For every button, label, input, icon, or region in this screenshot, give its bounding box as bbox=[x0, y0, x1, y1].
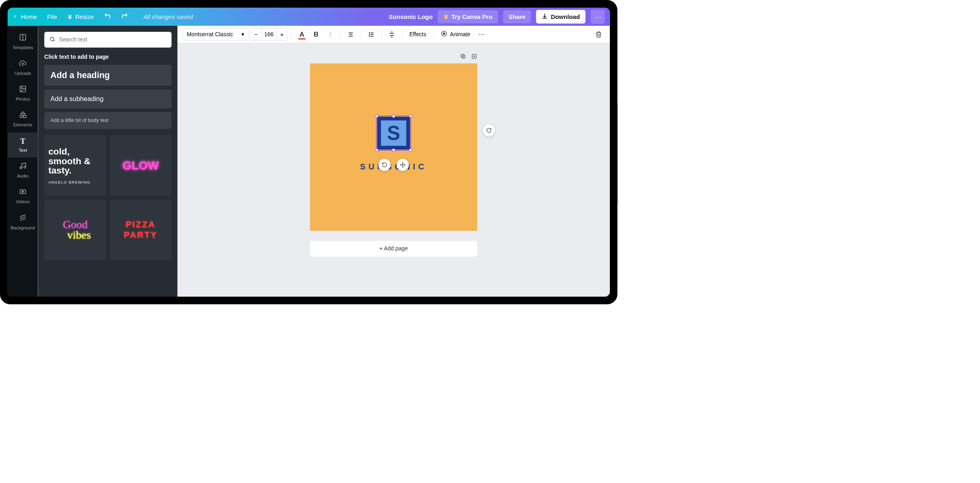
svg-line-13 bbox=[20, 215, 26, 217]
rail-templates[interactable]: Templates bbox=[8, 29, 38, 55]
download-icon bbox=[542, 13, 548, 21]
shapes-icon bbox=[19, 111, 27, 120]
more-toolbar-button[interactable]: ⋯ bbox=[476, 28, 488, 40]
font-size-value[interactable]: 166 bbox=[261, 28, 277, 40]
page-tools bbox=[310, 53, 477, 61]
italic-button[interactable]: I bbox=[324, 28, 336, 40]
left-rail: Templates Uploads Photos Elements T Text… bbox=[8, 26, 38, 297]
rotate-handle[interactable] bbox=[379, 159, 391, 171]
search-box[interactable] bbox=[44, 32, 171, 47]
download-button[interactable]: Download bbox=[536, 10, 586, 24]
templates-icon bbox=[19, 33, 27, 43]
animate-label: Animate bbox=[450, 31, 470, 37]
font-size-increase[interactable]: + bbox=[276, 28, 287, 40]
logo-element[interactable]: S bbox=[377, 117, 410, 150]
add-page-icon-button[interactable] bbox=[471, 53, 477, 61]
font-size-decrease[interactable]: − bbox=[251, 28, 261, 40]
text-color-a-icon: A bbox=[299, 31, 304, 39]
font-family-select[interactable]: Montserrat Classic ▾ bbox=[183, 28, 249, 40]
align-button[interactable] bbox=[345, 28, 357, 40]
resize-button[interactable]: ♛ Resize bbox=[67, 13, 94, 21]
search-icon bbox=[49, 36, 55, 43]
download-label: Download bbox=[551, 13, 580, 21]
redo-button[interactable] bbox=[121, 12, 128, 21]
rail-background[interactable]: Background bbox=[8, 209, 38, 235]
font-combo-4[interactable]: PIZZA PARTY bbox=[109, 200, 171, 260]
add-page-button[interactable]: + Add page bbox=[310, 241, 477, 257]
crown-icon: ♛ bbox=[443, 13, 449, 21]
undo-button[interactable] bbox=[104, 12, 111, 21]
more-menu-button[interactable]: ⋯ bbox=[591, 10, 605, 24]
pattern-icon bbox=[19, 214, 27, 223]
resize-handle-bm[interactable] bbox=[392, 149, 395, 152]
canvas-page[interactable]: S SUNSONIC bbox=[310, 64, 477, 231]
spacing-button[interactable] bbox=[386, 28, 398, 40]
duplicate-page-button[interactable] bbox=[460, 53, 466, 61]
rail-text[interactable]: T Text bbox=[8, 132, 38, 157]
font-combo-2[interactable]: GLOW bbox=[109, 135, 171, 196]
effects-button[interactable]: Effects bbox=[406, 31, 429, 37]
rail-uploads[interactable]: Uploads bbox=[8, 55, 38, 80]
combo4-text: PIZZA PARTY bbox=[113, 220, 167, 240]
collapse-panel-button[interactable]: ◂ bbox=[176, 161, 177, 182]
crown-icon: ♛ bbox=[67, 13, 73, 21]
svg-point-5 bbox=[21, 87, 23, 89]
share-button[interactable]: Share bbox=[503, 10, 531, 23]
svg-point-26 bbox=[369, 36, 369, 36]
resize-label: Resize bbox=[75, 13, 94, 21]
chevron-down-icon: ▾ bbox=[241, 31, 244, 37]
refresh-button[interactable] bbox=[483, 124, 495, 136]
delete-button[interactable] bbox=[593, 28, 605, 40]
add-body-text-button[interactable]: Add a little bit of body text bbox=[44, 112, 171, 129]
font-family-label: Montserrat Classic bbox=[187, 31, 233, 37]
svg-line-15 bbox=[20, 219, 26, 221]
music-icon bbox=[19, 162, 27, 171]
add-subheading-button[interactable]: Add a subheading bbox=[44, 89, 171, 108]
move-handle[interactable] bbox=[397, 159, 409, 171]
rail-photos[interactable]: Photos bbox=[8, 80, 38, 106]
animate-button[interactable]: Animate bbox=[438, 30, 474, 38]
bold-button[interactable]: B bbox=[310, 28, 322, 40]
font-combo-3[interactable]: Good vibes bbox=[44, 200, 106, 260]
editor-area: Montserrat Classic ▾ − 166 + A B I bbox=[177, 26, 610, 297]
separator bbox=[381, 30, 382, 39]
svg-line-17 bbox=[53, 40, 54, 41]
selection-box bbox=[376, 116, 411, 151]
combo3-text-b: vibes bbox=[67, 229, 91, 242]
font-combo-1[interactable]: cold, smooth & tasty. ANGELO BREWING bbox=[44, 135, 106, 196]
list-button[interactable] bbox=[365, 28, 377, 40]
resize-handle-tm[interactable] bbox=[392, 114, 395, 118]
try-pro-button[interactable]: ♛ Try Canva Pro bbox=[438, 10, 498, 23]
rail-videos-label: Videos bbox=[16, 199, 29, 204]
text-color-swatch bbox=[299, 38, 306, 39]
resize-handle-tl[interactable] bbox=[375, 114, 379, 118]
resize-handle-bl[interactable] bbox=[375, 149, 379, 152]
document-title[interactable]: Sunsonic Logo bbox=[389, 13, 432, 21]
svg-point-16 bbox=[50, 37, 54, 41]
rail-text-label: Text bbox=[19, 148, 27, 153]
rail-videos[interactable]: Videos bbox=[8, 183, 38, 209]
try-pro-label: Try Canva Pro bbox=[451, 13, 492, 21]
rail-audio[interactable]: Audio bbox=[8, 157, 38, 183]
search-input[interactable] bbox=[59, 37, 166, 43]
text-toolbar: Montserrat Classic ▾ − 166 + A B I bbox=[177, 26, 610, 43]
rail-elements[interactable]: Elements bbox=[8, 107, 38, 132]
resize-handle-br[interactable] bbox=[409, 149, 412, 152]
rail-audio-label: Audio bbox=[17, 173, 29, 179]
svg-line-14 bbox=[20, 217, 26, 219]
cloud-upload-icon bbox=[19, 59, 27, 68]
svg-marker-7 bbox=[21, 112, 25, 114]
panel-hint: Click text to add to page bbox=[44, 54, 171, 60]
logo-text[interactable]: SUNSONIC bbox=[360, 162, 427, 171]
add-heading-button[interactable]: Add a heading bbox=[44, 65, 171, 86]
rail-uploads-label: Uploads bbox=[14, 71, 31, 76]
text-color-button[interactable]: A bbox=[296, 28, 308, 40]
dots-icon: ⋯ bbox=[594, 12, 601, 21]
resize-handle-tr[interactable] bbox=[409, 114, 412, 118]
file-menu[interactable]: File bbox=[47, 13, 57, 21]
home-button[interactable]: Home bbox=[13, 13, 37, 21]
separator bbox=[361, 30, 361, 39]
separator bbox=[402, 30, 402, 39]
separator bbox=[292, 30, 292, 39]
rail-photos-label: Photos bbox=[16, 97, 30, 102]
